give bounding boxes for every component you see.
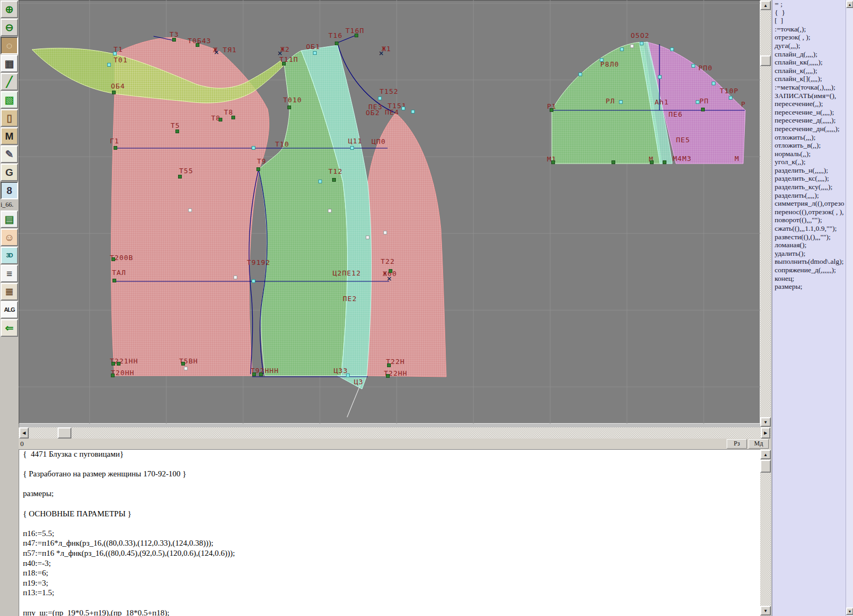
function-item[interactable]: :=метка(точка(,),,,,); bbox=[772, 83, 846, 92]
code-line[interactable]: п13:=1.5; bbox=[19, 588, 760, 598]
function-item[interactable]: разделить_ксу(,,,,); bbox=[772, 183, 846, 191]
function-item[interactable]: угол_к(,,); bbox=[772, 158, 846, 166]
code-line[interactable] bbox=[19, 499, 760, 509]
function-item[interactable]: размеры; bbox=[772, 282, 846, 291]
image-icon: ▧ bbox=[5, 95, 14, 105]
function-item[interactable]: симметрия_л((),отрезо bbox=[772, 199, 846, 208]
scroll-up-arrow[interactable]: ▲ bbox=[846, 1, 853, 8]
function-item[interactable]: сжать((),,,1.1,0.9,""); bbox=[772, 224, 846, 233]
books-button[interactable]: ≣ bbox=[1, 283, 18, 301]
back-arrow-button[interactable]: ⇐ bbox=[1, 319, 18, 337]
hatch-overlay bbox=[367, 113, 446, 377]
scroll-up-arrow[interactable]: ▲ bbox=[760, 1, 771, 10]
code-line[interactable]: { Разработано на размер женщины 170-92-1… bbox=[19, 469, 760, 479]
function-item[interactable]: пересечение_н(,,,,); bbox=[772, 108, 846, 117]
function-item[interactable]: ЗАПИСАТЬ(имя=(), bbox=[772, 92, 846, 100]
drawing-canvas[interactable]: Т3Т0Б43Ж ТЯ1Т1Т01ОБ4Т8Т8Т5Г1Т55Т200ВТАЛТ… bbox=[19, 0, 760, 424]
code-line[interactable]: п40:=-3; bbox=[19, 558, 760, 569]
function-item[interactable]: удалить(); bbox=[772, 249, 846, 258]
scroll-left-arrow[interactable]: ◀ bbox=[19, 427, 29, 439]
function-item[interactable]: [ ] bbox=[772, 17, 846, 25]
alg-doc-button[interactable]: ALG bbox=[1, 301, 18, 319]
rz-mode-button[interactable]: Рз bbox=[727, 439, 747, 449]
md-mode-button[interactable]: Мд bbox=[749, 439, 769, 449]
function-item[interactable]: поворот((),,,""); bbox=[772, 216, 846, 224]
left-toolbar: ⊕⊖◌▦╱▧▯M✎G8i_66.▤☺3D≡≣ALG⇐ bbox=[0, 0, 19, 616]
code-line[interactable]: размеры; bbox=[19, 489, 760, 499]
code-vertical-scrollbar[interactable]: ▲ ▼ bbox=[760, 449, 771, 616]
photo-icon: ☺ bbox=[4, 232, 14, 242]
pattern-drawing[interactable] bbox=[19, 0, 760, 424]
code-line[interactable]: п16:=5.5; bbox=[19, 529, 760, 539]
canvas-hscroll-thumb[interactable] bbox=[58, 427, 71, 439]
text-doc-button[interactable]: ≡ bbox=[1, 265, 18, 282]
drafting-tools-button[interactable]: ✎ bbox=[1, 145, 18, 163]
function-item[interactable]: сплайн_кк(,,,,,); bbox=[772, 58, 846, 67]
scroll-right-arrow[interactable]: ▶ bbox=[761, 427, 770, 439]
function-item[interactable]: отложить(,,,); bbox=[772, 133, 846, 142]
palette-scrollbar[interactable]: ▲ ▼ bbox=[846, 0, 853, 616]
function-item[interactable]: ломаная(); bbox=[772, 241, 846, 249]
function-item[interactable]: разделить_н(,,,,,); bbox=[772, 166, 846, 175]
canvas-vscroll-thumb[interactable] bbox=[760, 55, 771, 66]
code-line[interactable] bbox=[19, 459, 760, 469]
pattern-frame-icon: ▯ bbox=[6, 113, 12, 123]
pattern-frame-button[interactable]: ▯ bbox=[1, 109, 18, 127]
view3d-icon: 3D bbox=[6, 253, 12, 258]
pattern-m-button[interactable]: M bbox=[1, 127, 18, 145]
alg-doc-icon: ALG bbox=[4, 307, 14, 313]
table-button[interactable]: ▤ bbox=[1, 210, 18, 228]
grid-icon: ▦ bbox=[5, 59, 14, 69]
function-item[interactable]: сопряжение_д(,,,,,,); bbox=[772, 266, 846, 274]
function-item[interactable]: пересечение_дн(,,,,,); bbox=[772, 125, 846, 133]
function-item[interactable]: сплайн_к(,,,,); bbox=[772, 67, 846, 75]
function-item[interactable]: сплайн_к[](,,,,); bbox=[772, 75, 846, 83]
function-item[interactable]: пересечение_д(,,,,,); bbox=[772, 116, 846, 125]
measure-button[interactable]: ╱ bbox=[1, 73, 18, 91]
function-item[interactable]: отложить_в(,,); bbox=[772, 141, 846, 150]
scroll-up-arrow[interactable]: ▲ bbox=[760, 450, 771, 459]
function-item[interactable]: выполнить(dmod\.alg); bbox=[772, 257, 846, 266]
code-line[interactable]: п57:=п16 *л_фнк(рз_16,((80,0.45),(92,0.5… bbox=[19, 548, 760, 558]
function-item[interactable]: сплайн_д(,,,,); bbox=[772, 50, 846, 59]
g-reference-button[interactable]: G bbox=[1, 164, 18, 181]
code-line[interactable]: п47:=п16*л_фнк(рз_16,((80,0.33),(112,0.3… bbox=[19, 538, 760, 548]
function-item[interactable]: отрезок( , ); bbox=[772, 33, 846, 42]
scroll-down-arrow[interactable]: ▼ bbox=[760, 417, 771, 427]
function-item[interactable]: разделить_кс(,,,,); bbox=[772, 174, 846, 183]
code-line[interactable] bbox=[19, 598, 760, 608]
image-button[interactable]: ▧ bbox=[1, 91, 18, 109]
scroll-down-arrow[interactable]: ▼ bbox=[760, 606, 771, 615]
code-line[interactable]: { 4471 Блузка с пуговицами} bbox=[19, 449, 760, 459]
function-item[interactable]: пересечение(,,); bbox=[772, 100, 846, 108]
function-item[interactable]: :=точка(,); bbox=[772, 25, 846, 34]
scroll-down-arrow[interactable]: ▼ bbox=[846, 607, 853, 615]
zoom-in-icon: ⊕ bbox=[5, 4, 14, 14]
grid-button[interactable]: ▦ bbox=[1, 55, 18, 72]
function-item[interactable]: развести((),(),,,""); bbox=[772, 233, 846, 241]
view3d-button[interactable]: 3D bbox=[1, 247, 18, 264]
function-item[interactable]: перенос((),отрезок( , ), bbox=[772, 208, 846, 216]
photo-button[interactable]: ☺ bbox=[1, 229, 18, 246]
code-line[interactable]: ппу_ш:=(пр_19*0.5+п19),(пр_18*0.5+п18); bbox=[19, 608, 760, 616]
pattern-view-icon: ◌ bbox=[6, 40, 12, 51]
function-item[interactable]: = ; bbox=[772, 0, 846, 9]
pattern-view-button[interactable]: ◌ bbox=[1, 37, 18, 54]
code-editor[interactable]: { 4471 Блузка с пуговицами}{ Разработано… bbox=[19, 449, 760, 616]
code-line[interactable]: п18:=6; bbox=[19, 568, 760, 578]
function-item[interactable]: нормаль(,,); bbox=[772, 150, 846, 158]
code-line[interactable] bbox=[19, 479, 760, 489]
zoom-in-button[interactable]: ⊕ bbox=[1, 1, 18, 18]
function-item[interactable]: дуга(,,,); bbox=[772, 42, 846, 50]
zoom-out-button[interactable]: ⊖ bbox=[1, 19, 18, 36]
code-vscroll-thumb[interactable] bbox=[760, 460, 771, 473]
function-item[interactable]: разделить(,,,,); bbox=[772, 191, 846, 200]
ruler-8-button[interactable]: 8 bbox=[1, 182, 18, 199]
code-line[interactable]: { ОСНОВНЫЕ ПАРАМЕТРЫ } bbox=[19, 509, 760, 519]
function-item[interactable]: конец; bbox=[772, 274, 846, 283]
code-line[interactable] bbox=[19, 518, 760, 529]
canvas-vertical-scrollbar[interactable]: ▲ ▼ bbox=[760, 0, 771, 427]
function-item[interactable]: { } bbox=[772, 9, 846, 17]
canvas-horizontal-scrollbar[interactable]: ◀ ▶ bbox=[19, 427, 771, 439]
code-line[interactable]: п19:=3; bbox=[19, 578, 760, 588]
